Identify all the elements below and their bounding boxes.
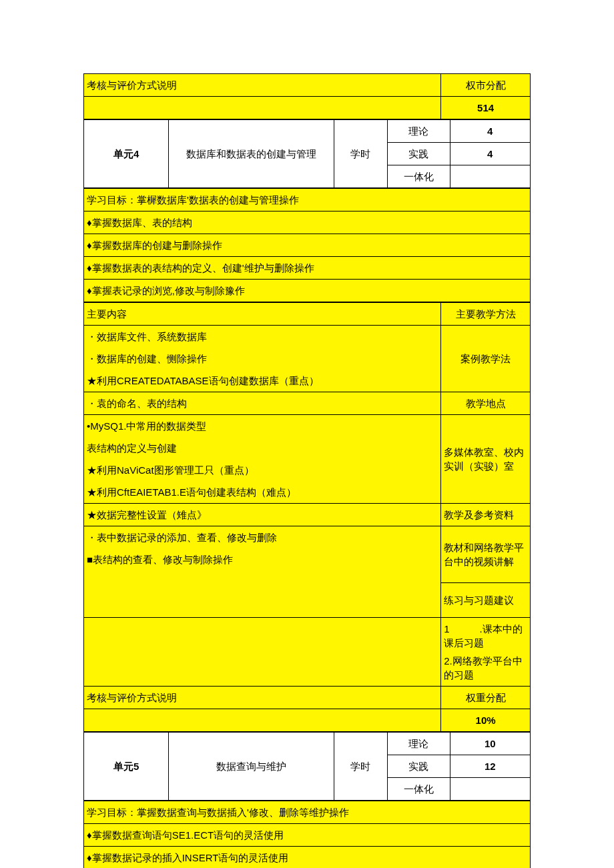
unit4-goal-3: ♦掌握表记录的浏览,修改与制除豫作	[84, 280, 531, 302]
unit4-exercise-value: 1 .课本中的课后习题 2.网络教学平台中的习题	[441, 618, 531, 687]
unit4-method-header: 主要教学方法	[441, 303, 531, 326]
unit4-theory-label: 理论	[387, 120, 450, 143]
unit4-practice-value: 4	[450, 143, 530, 165]
unit4-goal-title: 学习目标：掌樨数据库'数据表的创建与管理操作	[84, 189, 531, 211]
unit4-location-value: 多媒体教室、校内实训（实骏）室	[441, 415, 531, 504]
unit5-goal-0: ♦掌握数据查询语句SE1.ECT语句的灵活使用	[84, 824, 531, 847]
unit5-hours-label: 学时	[334, 733, 387, 801]
unit4-method-a: 案例教学法	[441, 326, 531, 392]
unit5-label: 单元5	[84, 733, 169, 801]
unit4-content-a-2: ★利用CREATEDATABASE语句创建数据库（重点）	[87, 374, 438, 388]
unit4-content-b-4: ★利用CftEAIETAB1.E语句创建表结构（难点）	[87, 485, 438, 499]
unit4-hours-label: 学时	[334, 120, 387, 188]
prev-weight-label: 权市分配	[441, 74, 531, 97]
prev-weight-value: 514	[441, 97, 531, 119]
unit4-content-b-1: •MySQ1.中常用的数据类型	[87, 419, 438, 433]
prev-assess-empty	[84, 97, 441, 119]
unit4-content-b-rest: •MySQ1.中常用的数据类型 表结构的定义与创建 ★利用NaViCat图形管理…	[84, 415, 441, 504]
unit4-content-header: 主要内容	[84, 303, 441, 326]
unit5-goal-1: ♦掌握数据记录的插入INSERT语句的灵活使用	[84, 847, 531, 869]
unit4-content-c0: ★效据完整性设置（雉点》	[84, 504, 441, 526]
unit4-goals-table: 学习目标：掌樨数据库'数据表的创建与管理操作 ♦掌握数据库、表的结构 ♦掌握数据…	[83, 188, 531, 302]
unit4-content-a-1: ・数据库的创建、恻除操作	[87, 352, 438, 366]
unit4-content-c-2: ■表结构的查看、修改与制除操作	[87, 552, 438, 566]
unit4-content-table: 主要内容 主要教学方法 ・效据库文件、系统数据库 ・数据库的创建、恻除操作 ★利…	[83, 302, 531, 732]
unit4-integrated-label: 一体化	[387, 165, 450, 188]
unit4-content-b-3: ★利用NaViCat图形管理工只（重点）	[87, 463, 438, 477]
unit4-integrated-value	[450, 165, 530, 188]
unit4-goal-2: ♦掌握数据表的表结构的定义、创建'维护与删除操作	[84, 257, 531, 280]
unit4-label: 单元4	[84, 120, 169, 188]
unit4-content-a: ・效据库文件、系统数据库 ・数据库的创建、恻除操作 ★利用CREATEDATAB…	[84, 326, 441, 392]
unit4-goal-1: ♦掌握数据库的创建与删除操作	[84, 234, 531, 257]
unit5-theory-label: 理论	[387, 733, 450, 755]
unit4-location-label: 教学地点	[441, 392, 531, 415]
unit4-exercise-label: 练习与习题建议	[441, 582, 531, 617]
unit5-practice-value: 12	[450, 755, 530, 778]
unit4-exercise-line1: 1 .课本中的课后习题	[444, 622, 527, 650]
unit4-weight-label: 权重分配	[441, 687, 531, 709]
unit5-goals-table: 学习目标：掌握数据查询与数据插入'修改、删除等维护操作 ♦掌握数据查询语句SE1…	[83, 801, 531, 868]
unit5-title: 数据查询与维护	[169, 733, 334, 801]
unit4-weight-value: 10%	[441, 709, 531, 732]
unit5-integrated-label: 一体化	[387, 778, 450, 801]
prev-assess-label: 考核与评价方式说明	[84, 74, 441, 97]
unit5-integrated-value	[450, 778, 530, 801]
unit4-ref-label: 教学及参考资料	[441, 504, 531, 526]
unit4-ref-value: 教材和网络教学平台中的视频讲解	[441, 526, 531, 583]
unit4-header-table: 单元4 数据库和数据表的创建与管理 学时 理论 4 实践 4 一体化	[83, 119, 531, 188]
unit4-assess-empty	[84, 709, 441, 732]
unit4-content-c-rest: ・表中数据记录的添加、查看、修改与删除 ■表结构的查看、修改与制除操作	[84, 526, 441, 618]
unit5-header-table: 单元5 数据查询与维护 学时 理论 10 实践 12 一体化	[83, 732, 531, 801]
unit5-goal-title: 学习目标：掌握数据查询与数据插入'修改、删除等维护操作	[84, 801, 531, 824]
unit5-practice-label: 实践	[387, 755, 450, 778]
unit4-goal-0: ♦掌握数据库、表的结构	[84, 211, 531, 234]
unit4-content-b0: ・袁的命名、表的结构	[84, 392, 441, 415]
unit4-exercise-line2: 2.网络教学平台中的习题	[444, 654, 527, 682]
unit5-theory-value: 10	[450, 733, 530, 755]
unit4-content-b-2: 表结构的定义与创建	[87, 441, 438, 455]
unit4-content-empty	[84, 618, 441, 687]
unit4-title: 数据库和数据表的创建与管理	[169, 120, 334, 188]
unit4-content-a-0: ・效据库文件、系统数据库	[87, 330, 438, 344]
unit4-practice-label: 实践	[387, 143, 450, 165]
unit4-theory-value: 4	[450, 120, 530, 143]
prev-assess-table: 考核与评价方式说明 权市分配 514	[83, 73, 531, 119]
unit4-assess-label: 考核与评价方式说明	[84, 687, 441, 709]
unit4-content-c-1: ・表中数据记录的添加、查看、修改与删除	[87, 530, 438, 544]
